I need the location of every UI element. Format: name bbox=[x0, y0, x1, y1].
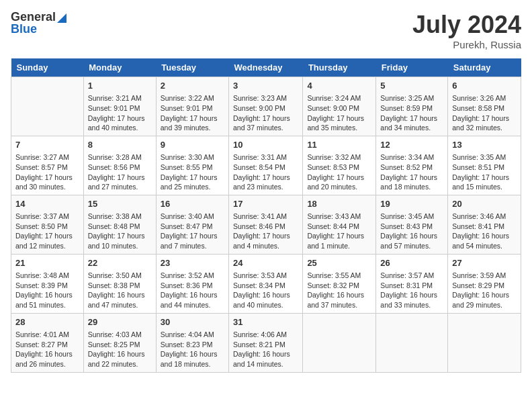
calendar-cell: 15Sunrise: 3:38 AMSunset: 8:48 PMDayligh… bbox=[83, 195, 156, 254]
header-tuesday: Tuesday bbox=[156, 58, 228, 77]
calendar-cell: 21Sunrise: 3:48 AMSunset: 8:39 PMDayligh… bbox=[11, 254, 84, 313]
day-info: Sunrise: 3:45 AMSunset: 8:43 PMDaylight:… bbox=[380, 212, 443, 251]
day-number: 5 bbox=[380, 80, 443, 92]
day-info: Sunrise: 3:41 AMSunset: 8:46 PMDaylight:… bbox=[233, 212, 298, 251]
calendar-cell: 23Sunrise: 3:52 AMSunset: 8:36 PMDayligh… bbox=[156, 254, 228, 313]
calendar-week-row: 7Sunrise: 3:27 AMSunset: 8:57 PMDaylight… bbox=[11, 136, 521, 195]
calendar-cell: 2Sunrise: 3:22 AMSunset: 9:01 PMDaylight… bbox=[156, 77, 228, 136]
calendar-cell: 12Sunrise: 3:34 AMSunset: 8:52 PMDayligh… bbox=[376, 136, 448, 195]
calendar-cell: 1Sunrise: 3:21 AMSunset: 9:01 PMDaylight… bbox=[83, 77, 156, 136]
day-number: 15 bbox=[88, 198, 152, 210]
calendar-cell: 30Sunrise: 4:04 AMSunset: 8:23 PMDayligh… bbox=[156, 313, 228, 372]
header-friday: Friday bbox=[376, 58, 448, 77]
day-info: Sunrise: 3:26 AMSunset: 8:58 PMDaylight:… bbox=[452, 93, 517, 133]
day-number: 30 bbox=[161, 316, 224, 328]
calendar-cell: 28Sunrise: 4:01 AMSunset: 8:27 PMDayligh… bbox=[11, 313, 84, 372]
calendar-cell: 31Sunrise: 4:06 AMSunset: 8:21 PMDayligh… bbox=[229, 313, 303, 372]
day-info: Sunrise: 3:57 AMSunset: 8:31 PMDaylight:… bbox=[380, 271, 443, 310]
day-number: 8 bbox=[88, 139, 152, 151]
day-info: Sunrise: 3:21 AMSunset: 9:01 PMDaylight:… bbox=[88, 93, 152, 133]
day-info: Sunrise: 3:22 AMSunset: 9:01 PMDaylight:… bbox=[161, 93, 224, 133]
day-info: Sunrise: 4:04 AMSunset: 8:23 PMDaylight:… bbox=[161, 330, 224, 369]
day-info: Sunrise: 3:27 AMSunset: 8:57 PMDaylight:… bbox=[15, 152, 79, 192]
day-number: 2 bbox=[161, 80, 224, 92]
svg-marker-0 bbox=[57, 13, 66, 23]
calendar-cell: 29Sunrise: 4:03 AMSunset: 8:25 PMDayligh… bbox=[83, 313, 156, 372]
day-number: 19 bbox=[380, 198, 443, 210]
day-number: 25 bbox=[307, 257, 371, 269]
day-info: Sunrise: 3:59 AMSunset: 8:29 PMDaylight:… bbox=[452, 271, 517, 310]
calendar-cell: 19Sunrise: 3:45 AMSunset: 8:43 PMDayligh… bbox=[376, 195, 448, 254]
calendar-cell: 16Sunrise: 3:40 AMSunset: 8:47 PMDayligh… bbox=[156, 195, 228, 254]
calendar-cell bbox=[448, 313, 521, 372]
day-number: 12 bbox=[380, 139, 443, 151]
day-info: Sunrise: 3:35 AMSunset: 8:51 PMDaylight:… bbox=[452, 152, 517, 192]
header-wednesday: Wednesday bbox=[229, 58, 303, 77]
day-info: Sunrise: 3:40 AMSunset: 8:47 PMDaylight:… bbox=[161, 212, 224, 251]
day-number: 14 bbox=[15, 198, 79, 210]
day-number: 20 bbox=[452, 198, 517, 210]
calendar-cell: 25Sunrise: 3:55 AMSunset: 8:32 PMDayligh… bbox=[303, 254, 376, 313]
logo-arrow-icon bbox=[57, 11, 66, 23]
day-number: 29 bbox=[88, 316, 152, 328]
day-number: 31 bbox=[233, 316, 298, 328]
day-info: Sunrise: 3:46 AMSunset: 8:41 PMDaylight:… bbox=[452, 212, 517, 251]
day-number: 16 bbox=[161, 198, 224, 210]
calendar-cell bbox=[376, 313, 448, 372]
day-number: 21 bbox=[15, 257, 79, 269]
header-thursday: Thursday bbox=[303, 58, 376, 77]
calendar-cell: 5Sunrise: 3:25 AMSunset: 8:59 PMDaylight… bbox=[376, 77, 448, 136]
header-monday: Monday bbox=[83, 58, 156, 77]
calendar-week-row: 28Sunrise: 4:01 AMSunset: 8:27 PMDayligh… bbox=[11, 313, 521, 372]
day-info: Sunrise: 3:32 AMSunset: 8:53 PMDaylight:… bbox=[307, 152, 371, 192]
calendar-cell: 8Sunrise: 3:28 AMSunset: 8:56 PMDaylight… bbox=[83, 136, 156, 195]
day-number: 18 bbox=[307, 198, 371, 210]
day-number: 28 bbox=[15, 316, 79, 328]
day-info: Sunrise: 4:01 AMSunset: 8:27 PMDaylight:… bbox=[15, 330, 79, 369]
calendar-cell: 27Sunrise: 3:59 AMSunset: 8:29 PMDayligh… bbox=[448, 254, 521, 313]
day-info: Sunrise: 3:25 AMSunset: 8:59 PMDaylight:… bbox=[380, 93, 443, 133]
day-info: Sunrise: 3:55 AMSunset: 8:32 PMDaylight:… bbox=[307, 271, 371, 310]
day-number: 9 bbox=[161, 139, 224, 151]
calendar-header-row: SundayMondayTuesdayWednesdayThursdayFrid… bbox=[11, 58, 521, 77]
calendar-cell: 18Sunrise: 3:43 AMSunset: 8:44 PMDayligh… bbox=[303, 195, 376, 254]
day-info: Sunrise: 3:38 AMSunset: 8:48 PMDaylight:… bbox=[88, 212, 152, 251]
day-info: Sunrise: 3:23 AMSunset: 9:00 PMDaylight:… bbox=[233, 93, 298, 133]
calendar-cell: 6Sunrise: 3:26 AMSunset: 8:58 PMDaylight… bbox=[448, 77, 521, 136]
logo: General Blue bbox=[11, 11, 66, 36]
calendar-cell: 26Sunrise: 3:57 AMSunset: 8:31 PMDayligh… bbox=[376, 254, 448, 313]
day-number: 1 bbox=[88, 80, 152, 92]
title-block: July 2024 Purekh, Russia bbox=[412, 11, 521, 50]
calendar-cell: 14Sunrise: 3:37 AMSunset: 8:50 PMDayligh… bbox=[11, 195, 84, 254]
day-number: 7 bbox=[15, 139, 79, 151]
header-sunday: Sunday bbox=[11, 58, 84, 77]
day-info: Sunrise: 3:24 AMSunset: 9:00 PMDaylight:… bbox=[307, 93, 371, 133]
header-saturday: Saturday bbox=[448, 58, 521, 77]
day-number: 26 bbox=[380, 257, 443, 269]
calendar-cell bbox=[303, 313, 376, 372]
day-info: Sunrise: 3:30 AMSunset: 8:55 PMDaylight:… bbox=[161, 152, 224, 192]
day-info: Sunrise: 3:37 AMSunset: 8:50 PMDaylight:… bbox=[15, 212, 79, 251]
location-subtitle: Purekh, Russia bbox=[412, 39, 521, 50]
month-year-title: July 2024 bbox=[412, 11, 521, 39]
day-number: 6 bbox=[452, 80, 517, 92]
day-number: 13 bbox=[452, 139, 517, 151]
day-number: 3 bbox=[233, 80, 298, 92]
logo-blue-text: Blue bbox=[11, 23, 66, 36]
calendar-cell: 17Sunrise: 3:41 AMSunset: 8:46 PMDayligh… bbox=[229, 195, 303, 254]
calendar-week-row: 14Sunrise: 3:37 AMSunset: 8:50 PMDayligh… bbox=[11, 195, 521, 254]
day-number: 10 bbox=[233, 139, 298, 151]
day-info: Sunrise: 4:03 AMSunset: 8:25 PMDaylight:… bbox=[88, 330, 152, 369]
day-info: Sunrise: 3:34 AMSunset: 8:52 PMDaylight:… bbox=[380, 152, 443, 192]
day-info: Sunrise: 3:48 AMSunset: 8:39 PMDaylight:… bbox=[15, 271, 79, 310]
calendar-week-row: 21Sunrise: 3:48 AMSunset: 8:39 PMDayligh… bbox=[11, 254, 521, 313]
day-number: 17 bbox=[233, 198, 298, 210]
day-number: 22 bbox=[88, 257, 152, 269]
day-number: 24 bbox=[233, 257, 298, 269]
day-info: Sunrise: 3:53 AMSunset: 8:34 PMDaylight:… bbox=[233, 271, 298, 310]
calendar-cell: 22Sunrise: 3:50 AMSunset: 8:38 PMDayligh… bbox=[83, 254, 156, 313]
day-number: 11 bbox=[307, 139, 371, 151]
day-number: 23 bbox=[161, 257, 224, 269]
calendar-cell: 20Sunrise: 3:46 AMSunset: 8:41 PMDayligh… bbox=[448, 195, 521, 254]
day-info: Sunrise: 3:50 AMSunset: 8:38 PMDaylight:… bbox=[88, 271, 152, 310]
